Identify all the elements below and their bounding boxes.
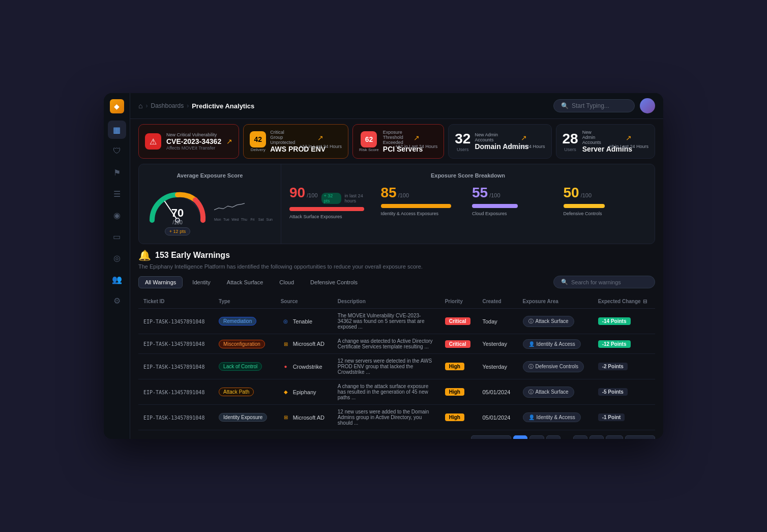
home-icon[interactable]: ⌂ (138, 102, 142, 110)
type-badge: Identity Exposure (219, 413, 267, 422)
col-exposure-area: Exposure Area (518, 294, 593, 309)
warnings-table: Ticket ID Type Source Description Priori… (138, 294, 655, 430)
created-date: Yesterday (477, 354, 517, 379)
exposure-area-badge: ⓘ Defensive Controls (523, 361, 584, 372)
trend-arrow-icon: ↗ (521, 134, 527, 142)
col-created: Created (477, 294, 517, 309)
row-description: The MOVEit Vulnerability CVE-2023-34362 … (333, 309, 440, 334)
header-right: 🔍 Start Typing... (553, 98, 655, 113)
search-placeholder: Start Typing... (572, 102, 609, 109)
card-value: Server Admins (582, 145, 605, 153)
tab-attack-surface[interactable]: Attack Surface (220, 276, 270, 288)
sidebar-item-feed[interactable]: ◎ (108, 249, 126, 267)
cloud-label: Cloud Exposures (472, 211, 555, 216)
page-3-button[interactable]: 3 (546, 435, 560, 439)
stat-card-vulnerability[interactable]: ⚠ New Critical Vulnerability CVE-2023-34… (138, 124, 239, 159)
identity-label: Identity & Access Exposures (381, 211, 464, 216)
tab-defensive-controls[interactable]: Defensive Controls (304, 276, 364, 288)
type-badge: Misconfiguration (219, 340, 265, 348)
breadcrumb-dashboards[interactable]: Dashboards (151, 102, 184, 109)
source-icon: ◆ (281, 387, 291, 397)
sidebar-item-settings[interactable]: ⚙ (108, 291, 126, 310)
aws-number-icon: 42 (250, 131, 266, 147)
exposure-area-badge: 👤 Identity & Access (523, 412, 581, 422)
card-label: Exposure Threshold Exceeded (383, 130, 391, 145)
card-value: AWS PROD ENV (270, 145, 296, 153)
card-value: PCI Servers (383, 145, 391, 153)
stat-card-pci[interactable]: 62 Risk Score Exposure Threshold Exceede… (352, 124, 444, 159)
source-name: Crowdstrike (293, 364, 322, 370)
trend-text: +8 in Last 24 Hours (609, 144, 648, 149)
page-2-button[interactable]: 2 (529, 435, 544, 439)
trend-arrow-icon: ↗ (226, 137, 232, 145)
user-avatar[interactable] (640, 98, 655, 113)
sidebar-item-shield[interactable]: 🛡 (108, 142, 126, 160)
type-badge: Lack of Control (219, 362, 262, 371)
attack-label: Attack Surface Exposures (289, 214, 373, 219)
card-label: Critical Group Unprotected (270, 130, 296, 145)
type-badge: Attack Path (219, 388, 254, 396)
sidebar-item-list[interactable]: ☰ (108, 185, 126, 203)
exposure-breakdown-title: Exposure Score Breakdown (289, 172, 646, 179)
source-name: Epiphany (293, 389, 316, 395)
tab-cloud[interactable]: Cloud (273, 276, 301, 288)
stat-card-aws[interactable]: 42 Delivery Critical Group Unprotected A… (243, 124, 348, 159)
table-row[interactable]: EIP-TASK-13457891048 Attack Path ◆ Epiph… (138, 379, 655, 405)
next-page-button[interactable]: Next → (625, 435, 655, 439)
table-row[interactable]: EIP-TASK-13457891048 Identity Exposure ⊞… (138, 405, 655, 430)
exposure-area-icon: ⓘ (528, 363, 534, 370)
trend-arrow-icon: ↗ (317, 134, 323, 142)
col-source: Source (276, 294, 333, 309)
defensive-bar (564, 204, 605, 208)
table-row[interactable]: EIP-TASK-13457891048 Lack of Control ● C… (138, 354, 655, 379)
exposure-area-icon: ⓘ (528, 318, 534, 325)
ticket-id: EIP-TASK-13457891048 (143, 415, 204, 421)
sidebar-item-users[interactable]: 👥 (108, 270, 126, 288)
app-logo[interactable]: ◆ (110, 99, 124, 113)
card-label: New Admin Accounts (475, 132, 498, 142)
global-search[interactable]: 🔍 Start Typing... (553, 99, 635, 112)
ticket-id: EIP-TASK-13457891048 (143, 341, 204, 347)
trend-arrow-icon: ↗ (414, 134, 420, 142)
exposure-area-badge: ⓘ Attack Surface (523, 316, 574, 327)
row-description: A change was detected to Active Director… (333, 334, 440, 354)
page-1-button[interactable]: 1 (513, 435, 527, 439)
sidebar-item-monitor[interactable]: ▭ (108, 227, 126, 246)
filter-icon[interactable]: ⊟ (643, 299, 647, 304)
row-description: 12 new users were added to the Domain Ad… (333, 405, 440, 430)
sidebar-item-fingerprint[interactable]: ◉ (108, 206, 126, 224)
pagination: ← Previous 1 2 3 ... 8 9 10 Next → (138, 430, 655, 439)
search-placeholder-text: Search for warnings (571, 279, 621, 285)
page-10-button[interactable]: 10 (606, 435, 623, 439)
exposure-metric-identity: 85 /100 Identity & Access Exposures (381, 185, 464, 219)
tab-all-warnings[interactable]: All Warnings (138, 276, 183, 288)
ticket-id: EIP-TASK-13457891048 (143, 319, 204, 324)
avg-exposure-title: Average Exposure Score (147, 172, 273, 179)
table-row[interactable]: EIP-TASK-13457891048 Remediation ◎ Tenab… (138, 309, 655, 334)
avg-exposure-panel: Average Exposure Score (139, 164, 281, 244)
attack-bar (289, 207, 364, 211)
warnings-tabs: All Warnings Identity Attack Surface Clo… (138, 276, 655, 288)
tab-identity[interactable]: Identity (186, 276, 217, 288)
created-date: 05/01/2024 (477, 379, 517, 405)
stat-cards-row: ⚠ New Critical Vulnerability CVE-2023-34… (130, 119, 663, 164)
sidebar-item-flag[interactable]: ⚑ (108, 163, 126, 182)
change-badge: -12 Points (598, 340, 631, 348)
stat-card-server-admins[interactable]: 28 Users New Admin Accounts Server Admin… (556, 124, 655, 159)
gauge-badge: + 12 pts (165, 227, 190, 235)
exposure-gauge: 70 /100 (147, 185, 208, 225)
exposure-area-icon: ⓘ (528, 389, 534, 396)
sidebar-item-dashboard[interactable]: ▦ (108, 121, 126, 139)
page-8-button[interactable]: 8 (573, 435, 587, 439)
stat-card-domain-admins[interactable]: 32 Users New Admin Accounts Domain Admin… (448, 124, 551, 159)
warnings-search[interactable]: 🔍 Search for warnings (553, 276, 655, 288)
trend-text: +12 in Last 24 Hours (395, 144, 437, 149)
table-row[interactable]: EIP-TASK-13457891048 Misconfiguration ⊞ … (138, 334, 655, 354)
page-9-button[interactable]: 9 (589, 435, 604, 439)
col-type: Type (214, 294, 276, 309)
pci-number-icon: 62 (361, 131, 377, 147)
change-badge: -1 Point (598, 413, 625, 421)
col-ticket-id: Ticket ID (138, 294, 214, 309)
type-badge: Remediation (219, 317, 256, 326)
prev-page-button[interactable]: ← Previous (471, 435, 511, 439)
